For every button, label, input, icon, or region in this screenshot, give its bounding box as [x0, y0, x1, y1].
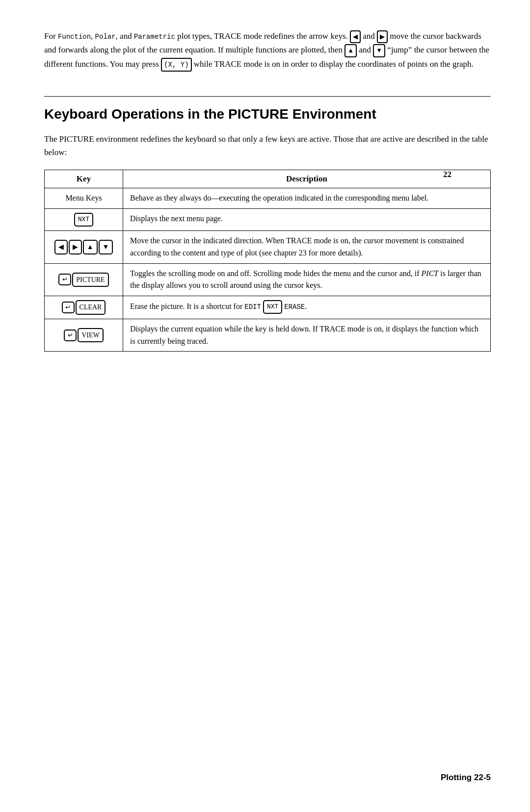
intro-paragraph: For Function, Polar, and Parametric plot… [44, 29, 491, 72]
picture-key: PICTURE [72, 273, 108, 287]
edit-code: EDIT [244, 303, 261, 311]
arrow-right-btn: ▶ [69, 240, 82, 254]
key-cell-nxt: NXT [45, 208, 123, 230]
code-polar: Polar [95, 33, 116, 41]
section-divider [44, 96, 491, 97]
key-cell-arrows: ◀▶▲▼ [45, 230, 123, 263]
arrow-left-btn: ◀ [54, 240, 68, 254]
desc-cell-nxt: Displays the next menu page. [123, 208, 491, 230]
nxt-key-inline: NXT [263, 300, 282, 314]
desc-cell-menu: Behave as they always do—executing the o… [123, 188, 491, 209]
table-row: ↵VIEW Displays the current equation whil… [45, 319, 491, 352]
key-cell-menu: Menu Keys [45, 188, 123, 209]
col-header-key: Key [45, 170, 123, 188]
table-row: NXT Displays the next menu page. [45, 208, 491, 230]
col-header-desc: Description [123, 170, 491, 188]
right-arrow-key: ▶ [377, 30, 388, 44]
page-number-22: 22 [443, 170, 451, 179]
desc-cell-picture: Toggles the scrolling mode on and off. S… [123, 263, 491, 296]
table-row: Menu Keys Behave as they always do—execu… [45, 188, 491, 209]
clear-key: CLEAR [76, 300, 106, 315]
section-intro: The PICTURE environment redefines the ke… [44, 132, 491, 159]
enter-key-clear: ↵ [62, 302, 75, 313]
erase-code: ERASE [284, 303, 305, 311]
left-arrow-key: ◀ [350, 30, 361, 44]
arrow-keys-group: ◀▶▲▼ [54, 240, 113, 254]
table-row: ↵PICTURE Toggles the scrolling mode on a… [45, 263, 491, 296]
key-cell-clear: ↵CLEAR [45, 296, 123, 319]
xy-key: (X, Y) [161, 58, 191, 72]
keyboard-table: Key Description Menu Keys Behave as they… [44, 170, 491, 352]
footer-page-label: Plotting 22-5 [441, 773, 491, 783]
nxt-key: NXT [74, 213, 93, 227]
desc-cell-view: Displays the current equation while the … [123, 319, 491, 352]
enter-key-view: ↵ [64, 330, 77, 341]
arrow-up-btn: ▲ [83, 240, 98, 254]
down-arrow-key: ▼ [373, 44, 385, 57]
picture-key-group: ↵PICTURE [58, 273, 108, 287]
table-row: ◀▶▲▼ Move the cursor in the indicated di… [45, 230, 491, 263]
desc-cell-clear: Erase the picture. It is a shortcut for … [123, 296, 491, 319]
pict-italic: PICT [422, 269, 439, 278]
view-key-group: ↵VIEW [64, 328, 104, 343]
arrow-down-btn: ▼ [99, 240, 113, 254]
section-title: Keyboard Operations in the PICTURE Envir… [44, 105, 491, 123]
desc-cell-arrows: Move the cursor in the indicated directi… [123, 230, 491, 263]
code-function: Function [58, 33, 91, 41]
table-row: ↵CLEAR Erase the picture. It is a shortc… [45, 296, 491, 319]
clear-key-group: ↵CLEAR [62, 300, 106, 315]
up-arrow-key: ▲ [344, 44, 357, 57]
enter-key-picture: ↵ [58, 274, 71, 285]
key-cell-view: ↵VIEW [45, 319, 123, 352]
key-cell-picture: ↵PICTURE [45, 263, 123, 296]
view-key: VIEW [78, 328, 104, 343]
code-parametric: Parametric [134, 33, 175, 41]
